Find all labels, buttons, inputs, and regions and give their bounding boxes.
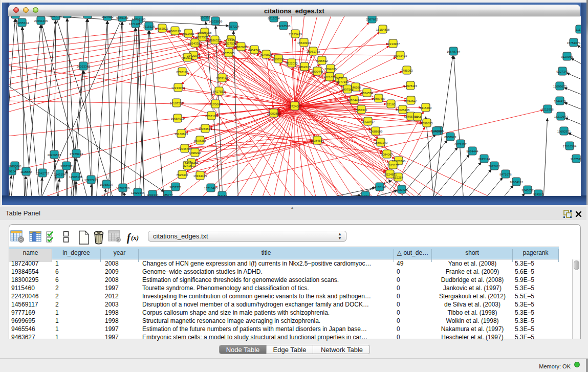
svg-text:6466160: 6466160 [116,16,128,19]
svg-text:26835061: 26835061 [9,165,22,168]
svg-text:8322035: 8322035 [286,62,298,65]
svg-text:17016504: 17016504 [563,145,577,148]
svg-text:11325419: 11325419 [289,33,302,36]
svg-text:1527602: 1527602 [101,16,114,18]
svg-text:10958107: 10958107 [100,183,114,186]
svg-text:1862615: 1862615 [298,65,311,69]
svg-text:9899695: 9899695 [421,122,433,125]
svg-text:252254: 252254 [393,176,404,179]
svg-text:1115682: 1115682 [20,170,32,173]
svg-text:989612: 989612 [182,56,193,59]
svg-text:16210643: 16210643 [554,115,568,118]
svg-text:7357224: 7357224 [227,25,239,28]
svg-text:12093673: 12093673 [553,85,567,88]
svg-text:8958923: 8958923 [444,136,456,139]
svg-text:10973493: 10973493 [394,54,407,57]
svg-text:15751074: 15751074 [567,41,581,45]
svg-text:8186323: 8186323 [209,39,221,42]
svg-text:1292344: 1292344 [146,193,159,196]
svg-text:7632621: 7632621 [488,165,500,168]
svg-text:15692971: 15692971 [557,130,571,133]
svg-text:32718: 32718 [183,164,192,167]
svg-text:1244419: 1244419 [554,100,566,103]
svg-text:(x): (x) [131,234,139,242]
svg-text:16713855: 16713855 [129,23,143,26]
svg-text:8215958: 8215958 [541,108,554,111]
svg-text:1546: 1546 [228,38,235,41]
svg-text:2087682: 2087682 [366,18,378,21]
svg-text:2170061: 2170061 [209,103,222,106]
svg-text:1621072: 1621072 [323,76,336,79]
svg-text:12505135: 12505135 [69,176,83,179]
svg-text:14136141: 14136141 [373,186,387,189]
svg-text:10807487: 10807487 [372,97,386,100]
svg-text:9245652: 9245652 [521,189,534,192]
svg-text:11172: 11172 [576,28,581,31]
svg-text:19384554: 19384554 [311,139,324,142]
svg-text:6879197: 6879197 [454,143,467,146]
svg-text:24531: 24531 [335,77,344,80]
svg-text:924565: 924565 [533,193,544,196]
svg-text:9474444: 9474444 [466,150,478,153]
svg-text:16961758: 16961758 [307,50,320,53]
svg-text:9129966: 9129966 [561,55,573,58]
svg-text:12975115: 12975115 [404,84,418,87]
svg-text:6404: 6404 [414,116,421,119]
svg-text:18640910: 18640910 [297,41,311,45]
svg-text:12353594: 12353594 [199,127,212,130]
svg-text:9084067: 9084067 [381,153,393,156]
svg-text:19046786: 19046786 [178,147,192,150]
svg-text:160338: 160338 [200,16,211,19]
svg-text:10107553: 10107553 [170,102,184,105]
svg-text:164096: 164096 [431,130,442,133]
svg-text:8471676: 8471676 [499,173,512,176]
svg-text:19166823: 19166823 [175,133,188,136]
svg-text:12213967: 12213967 [386,42,400,46]
svg-text:8454749: 8454749 [248,49,260,52]
svg-text:10719185: 10719185 [132,18,146,21]
svg-text:2803144: 2803144 [216,77,228,80]
svg-text:24055724: 24055724 [15,21,29,25]
svg-text:157184: 157184 [217,194,228,196]
svg-text:8912955: 8912955 [182,32,194,35]
svg-text:18724007: 18724007 [288,105,302,108]
svg-text:6794028: 6794028 [324,68,337,71]
svg-text:26053346: 26053346 [77,65,91,68]
svg-text:20691406: 20691406 [34,19,48,23]
svg-text:8990448: 8990448 [311,70,323,73]
svg-text:9115460: 9115460 [420,106,432,110]
svg-text:10025438: 10025438 [396,108,410,112]
svg-text:7625402: 7625402 [176,173,188,177]
svg-text:16914479: 16914479 [193,174,207,178]
svg-text:12942737: 12942737 [36,172,50,175]
svg-text:16543382: 16543382 [188,42,202,45]
svg-text:8660123: 8660123 [169,30,181,33]
svg-text:9346034: 9346034 [50,16,62,18]
svg-text:16154838: 16154838 [376,28,390,31]
svg-text:2718176: 2718176 [176,71,188,74]
svg-text:8267130: 8267130 [205,115,217,118]
svg-text:17359924: 17359924 [70,152,83,156]
svg-text:7485063: 7485063 [401,69,413,72]
svg-text:18807249: 18807249 [374,141,388,144]
svg-text:2867608: 2867608 [235,46,247,49]
svg-text:15720407: 15720407 [361,120,375,123]
svg-text:9397587: 9397587 [60,165,73,168]
svg-text:9327503: 9327503 [196,36,208,39]
svg-text:15718485: 15718485 [204,187,218,190]
svg-text:23002885: 23002885 [267,112,281,115]
svg-text:1167533: 1167533 [571,158,581,161]
svg-text:6497568: 6497568 [341,88,354,91]
svg-text:9857771: 9857771 [169,186,182,189]
svg-text:12923446: 12923446 [131,191,145,194]
svg-text:7986372: 7986372 [355,108,367,112]
svg-text:23226058: 23226058 [198,31,212,34]
svg-text:16033809: 16033809 [209,20,223,23]
svg-text:19218506: 19218506 [277,25,291,28]
svg-text:62160: 62160 [387,103,396,106]
svg-text:7663822: 7663822 [156,27,168,30]
svg-text:8427552: 8427552 [213,90,225,93]
svg-text:19654915: 19654915 [171,117,185,120]
svg-text:10688609: 10688609 [369,130,383,133]
svg-text:173342: 173342 [360,194,371,196]
